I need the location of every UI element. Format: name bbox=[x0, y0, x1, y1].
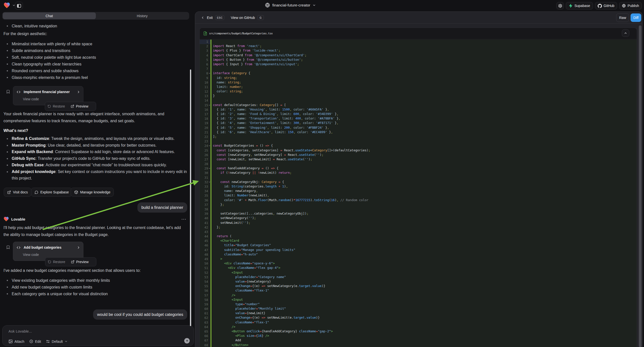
line-number: 41 bbox=[200, 221, 210, 225]
preview-button-2[interactable]: Preview bbox=[71, 260, 88, 264]
bullet-item: View existing budget categories with the… bbox=[4, 277, 189, 284]
line-number: 46 bbox=[200, 243, 210, 248]
github-icon bbox=[598, 4, 602, 8]
fold-chevron-icon[interactable] bbox=[208, 167, 210, 170]
diff-toggle-button[interactable]: Diff bbox=[630, 14, 641, 22]
code-line: }; bbox=[213, 202, 634, 207]
bookmark-icon-2[interactable] bbox=[6, 245, 10, 250]
code-line: { id: '1', name: 'Housing', limit: 1500,… bbox=[213, 108, 634, 112]
fold-chevron-icon[interactable] bbox=[208, 72, 210, 74]
code-line: subtitle="Manage your spending limits" bbox=[213, 248, 634, 252]
explore-supabase-button[interactable]: Explore Supabase bbox=[31, 188, 72, 197]
code-line bbox=[213, 207, 634, 212]
attach-button[interactable]: Attach bbox=[8, 339, 24, 344]
view-on-github-button[interactable]: View on GitHub G bbox=[231, 15, 264, 20]
line-number: 49 bbox=[200, 257, 210, 261]
edit-button[interactable]: Edit bbox=[29, 339, 41, 344]
bullet-item: Clean typography with clear hierarchies bbox=[4, 61, 189, 68]
tab-history[interactable]: History bbox=[96, 12, 189, 19]
bookmark-icon[interactable] bbox=[6, 89, 10, 94]
chevron-up-icon bbox=[624, 31, 627, 35]
publish-button[interactable]: Publish bbox=[619, 2, 642, 10]
supabase-button[interactable]: Supabase bbox=[566, 2, 593, 10]
chat-scrollbar[interactable] bbox=[190, 70, 191, 326]
visit-docs-button[interactable]: Visit docs bbox=[4, 188, 31, 197]
file-card: src/components/budget/BudgetCategories.t… bbox=[200, 28, 637, 347]
code-line: import { Plus } from 'lucide-react'; bbox=[213, 48, 634, 53]
line-number: 44 bbox=[200, 234, 210, 239]
settings-button[interactable] bbox=[556, 2, 564, 10]
raw-toggle-button[interactable]: Raw bbox=[616, 14, 629, 22]
line-number: 67 bbox=[200, 338, 210, 343]
code-line bbox=[213, 67, 634, 71]
view-code-link-2[interactable]: View code bbox=[23, 253, 39, 257]
file-path: src/components/budget/BudgetCategories.t… bbox=[209, 32, 272, 35]
project-switcher[interactable]: financial-future-creator bbox=[265, 2, 316, 8]
view-code-link[interactable]: View code bbox=[23, 97, 39, 101]
code-line: name: string; bbox=[213, 80, 634, 85]
line-number: 43 bbox=[200, 230, 210, 234]
line-number: 51 bbox=[200, 266, 210, 270]
code-line: interface Category { bbox=[213, 71, 634, 76]
assistant-message-header: Lovable bbox=[4, 216, 26, 222]
chat-input-placeholder: Ask Lovable... bbox=[8, 329, 32, 333]
user-message-bubble-2: would be cool if you could add budget ca… bbox=[93, 310, 187, 320]
line-number: 21 bbox=[200, 130, 210, 135]
line-number: 15 bbox=[200, 103, 210, 108]
lovable-heart-icon bbox=[4, 216, 9, 222]
code-scrollbar[interactable] bbox=[639, 26, 642, 347]
next-step-item: Debug with Ease: Activate our experiment… bbox=[4, 162, 189, 168]
tab-chat[interactable]: Chat bbox=[3, 12, 96, 19]
esc-kbd-badge: ESC bbox=[215, 15, 224, 20]
code-line: <Input bbox=[213, 298, 634, 302]
restore-preview-pill: Restore Preview bbox=[45, 102, 96, 111]
next-step-item: Expand with Backend: Connect Supabase to… bbox=[4, 148, 189, 155]
code-drawer-header: Exit ESC View on GitHub G Raw Diff bbox=[195, 12, 642, 24]
code-viewer[interactable]: 1234567891011121314151617181920212223242… bbox=[200, 40, 637, 347]
bullet-item: Add new budget categories with custom li… bbox=[4, 284, 189, 290]
mode-select[interactable]: Default bbox=[46, 339, 68, 344]
arrow-up-icon bbox=[186, 339, 189, 342]
restore-button-2[interactable]: Restore bbox=[48, 260, 65, 264]
fold-chevron-icon[interactable] bbox=[208, 144, 210, 147]
design-bullet-list: Minimalist interface with plenty of whit… bbox=[0, 40, 189, 81]
fold-chevron-icon[interactable] bbox=[208, 104, 210, 106]
app: financial-future-creator Supabase bbox=[0, 0, 644, 347]
sidebar-toggle-button[interactable] bbox=[15, 2, 23, 10]
project-name: financial-future-creator bbox=[272, 3, 310, 7]
assistant-name: Lovable bbox=[11, 217, 26, 221]
user-message-bubble: build a financial planner bbox=[138, 202, 187, 212]
preview-button[interactable]: Preview bbox=[71, 104, 88, 108]
send-button[interactable] bbox=[184, 338, 190, 344]
code-line: limit: number; bbox=[213, 85, 634, 89]
message-menu-ellipsis-icon[interactable] bbox=[181, 218, 186, 221]
chevron-right-icon-2 bbox=[77, 246, 80, 250]
ready-paragraph: Your sleek financial planner is now read… bbox=[4, 110, 164, 124]
chat-input[interactable]: Ask Lovable... Attach Edit Default bbox=[2, 325, 194, 346]
code-line: id: String(categories.length + 1), bbox=[213, 184, 634, 189]
design-intro: For the design aesthetic: bbox=[4, 30, 47, 37]
code-line: const newCategoryObj: Category = { bbox=[213, 180, 634, 184]
fold-chevron-icon[interactable] bbox=[208, 181, 210, 183]
code-line bbox=[213, 176, 634, 180]
globe-icon bbox=[265, 2, 270, 8]
code-line: value={newCategory} bbox=[213, 280, 634, 284]
line-number: 29 bbox=[200, 166, 210, 171]
manage-knowledge-button[interactable]: Manage knowledge bbox=[71, 188, 114, 197]
collapse-file-button[interactable] bbox=[622, 29, 629, 37]
code-line bbox=[213, 230, 634, 234]
github-label: GitHub bbox=[604, 4, 615, 8]
image-icon bbox=[8, 339, 13, 344]
mode-chevron-down-icon bbox=[64, 340, 68, 343]
line-number: 9 bbox=[200, 76, 210, 80]
code-line: const handleAddCategory = () => { bbox=[213, 166, 634, 171]
github-button[interactable]: GitHub bbox=[595, 2, 617, 10]
exit-button[interactable]: Exit ESC bbox=[201, 15, 224, 20]
code-line: const BudgetCategories = () => { bbox=[213, 144, 634, 148]
code-line: className="flex-1" bbox=[213, 320, 634, 325]
restore-button[interactable]: Restore bbox=[48, 104, 65, 108]
code-line: className="flex-1" bbox=[213, 288, 634, 293]
publish-globe-icon bbox=[622, 4, 626, 8]
line-number: 45 bbox=[200, 239, 210, 243]
lovable-logo-heart-icon[interactable] bbox=[4, 2, 10, 8]
